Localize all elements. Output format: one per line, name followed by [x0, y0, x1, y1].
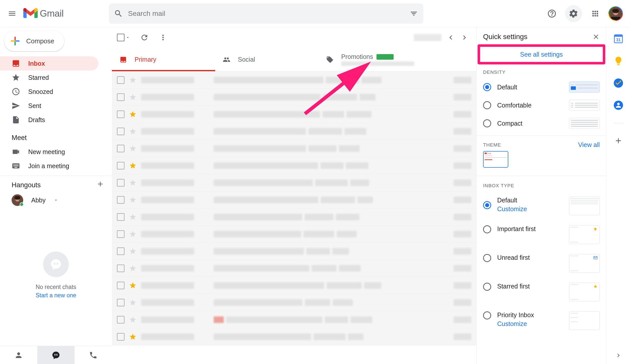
email-row[interactable]	[112, 71, 476, 89]
account-avatar[interactable]	[608, 6, 623, 21]
contacts-app[interactable]	[613, 100, 624, 111]
row-checkbox[interactable]	[117, 247, 124, 255]
email-row[interactable]	[112, 140, 476, 157]
row-checkbox[interactable]	[117, 213, 124, 221]
email-row[interactable]	[112, 157, 476, 174]
next-page-button[interactable]	[460, 33, 469, 42]
density-comfortable[interactable]: Comfortable	[477, 96, 606, 114]
star-button[interactable]	[129, 162, 137, 169]
more-button[interactable]	[159, 33, 167, 42]
customize-link[interactable]: Customize	[497, 205, 563, 213]
row-checkbox[interactable]	[117, 299, 124, 306]
sidebar-item-sent[interactable]: Sent	[0, 99, 98, 113]
sidebar-item-starred[interactable]: Starred	[0, 70, 98, 85]
email-row[interactable]	[112, 311, 476, 328]
star-button[interactable]	[129, 333, 137, 341]
email-row[interactable]	[112, 174, 476, 191]
row-checkbox[interactable]	[117, 282, 124, 289]
start-new-chat-link[interactable]: Start a new one	[36, 292, 76, 299]
inbox-important-first[interactable]: Important first	[477, 220, 606, 249]
logo[interactable]: Gmail	[23, 8, 109, 19]
star-button[interactable]	[129, 282, 137, 289]
star-button[interactable]	[129, 76, 137, 84]
meet-join-meeting[interactable]: Join a meeting	[0, 159, 112, 173]
row-checkbox[interactable]	[117, 162, 124, 169]
email-row[interactable]	[112, 294, 476, 311]
tasks-app[interactable]	[613, 78, 624, 89]
inbox-unread-first[interactable]: Unread first	[477, 249, 606, 278]
customize-link[interactable]: Customize	[497, 320, 563, 327]
email-row[interactable]	[112, 260, 476, 277]
star-button[interactable]	[129, 93, 137, 101]
star-button[interactable]	[129, 128, 137, 135]
search-input[interactable]	[128, 10, 409, 18]
meet-new-meeting[interactable]: New meeting	[0, 145, 112, 159]
phone-tab[interactable]	[75, 346, 112, 364]
row-checkbox[interactable]	[117, 145, 124, 152]
row-checkbox[interactable]	[117, 111, 124, 118]
search-options-icon[interactable]	[409, 9, 418, 18]
star-button[interactable]	[129, 111, 137, 118]
email-row[interactable]	[112, 89, 476, 106]
star-button[interactable]	[129, 265, 137, 272]
calendar-app[interactable]: 31	[613, 33, 624, 44]
keep-app[interactable]	[613, 55, 624, 66]
star-button[interactable]	[129, 213, 137, 221]
email-row[interactable]	[112, 277, 476, 294]
contacts-tab[interactable]	[0, 346, 37, 364]
sidebar-item-snoozed[interactable]: Snoozed	[0, 85, 98, 99]
refresh-button[interactable]	[140, 33, 149, 42]
row-checkbox[interactable]	[117, 333, 124, 341]
collapse-panel-button[interactable]	[615, 352, 622, 359]
dropdown-icon[interactable]	[54, 198, 58, 202]
view-all-themes-link[interactable]: View all	[578, 141, 600, 149]
compose-button[interactable]: Compose	[4, 31, 64, 51]
settings-button[interactable]	[565, 5, 582, 22]
star-button[interactable]	[129, 196, 137, 204]
see-all-settings-button[interactable]: See all settings	[480, 46, 603, 62]
sidebar-item-inbox[interactable]: Inbox	[0, 56, 98, 70]
row-checkbox[interactable]	[117, 316, 124, 323]
row-checkbox[interactable]	[117, 93, 124, 101]
hangouts-user[interactable]: Abby	[0, 192, 112, 206]
select-all[interactable]	[117, 34, 130, 41]
support-button[interactable]	[543, 5, 560, 22]
sidebar-item-drafts[interactable]: Drafts	[0, 113, 98, 127]
row-checkbox[interactable]	[117, 265, 124, 272]
star-button[interactable]	[129, 316, 137, 323]
add-person-icon[interactable]	[96, 180, 104, 188]
density-default[interactable]: Default	[477, 78, 606, 96]
star-button[interactable]	[129, 299, 137, 306]
apps-button[interactable]	[587, 5, 604, 22]
inbox-starred-first[interactable]: Starred first	[477, 278, 606, 306]
email-row[interactable]	[112, 226, 476, 243]
prev-page-button[interactable]	[447, 33, 455, 42]
email-row[interactable]	[112, 191, 476, 208]
star-button[interactable]	[129, 247, 137, 255]
email-row[interactable]	[112, 328, 476, 345]
add-app-button[interactable]	[613, 135, 624, 146]
tab-promotions[interactable]: Promotions	[319, 48, 422, 71]
tab-primary[interactable]: Primary	[112, 48, 215, 71]
email-row[interactable]	[112, 243, 476, 260]
row-checkbox[interactable]	[117, 196, 124, 204]
main-menu-button[interactable]	[4, 5, 21, 22]
inbox-priority[interactable]: Priority InboxCustomize	[477, 306, 606, 335]
star-button[interactable]	[129, 230, 137, 238]
row-checkbox[interactable]	[117, 179, 124, 187]
row-checkbox[interactable]	[117, 76, 124, 84]
search-bar[interactable]	[109, 4, 423, 24]
density-compact[interactable]: Compact	[477, 114, 606, 132]
tab-social[interactable]: Social	[215, 48, 319, 71]
email-row[interactable]	[112, 208, 476, 226]
inbox-default[interactable]: DefaultCustomize	[477, 192, 606, 220]
email-row[interactable]	[112, 106, 476, 123]
row-checkbox[interactable]	[117, 230, 124, 238]
row-checkbox[interactable]	[117, 128, 124, 135]
close-button[interactable]	[592, 33, 600, 41]
hangouts-tab[interactable]	[37, 346, 75, 364]
star-button[interactable]	[129, 179, 137, 187]
star-button[interactable]	[129, 145, 137, 152]
theme-thumbnail[interactable]: Gmail	[483, 151, 508, 168]
email-row[interactable]	[112, 123, 476, 140]
